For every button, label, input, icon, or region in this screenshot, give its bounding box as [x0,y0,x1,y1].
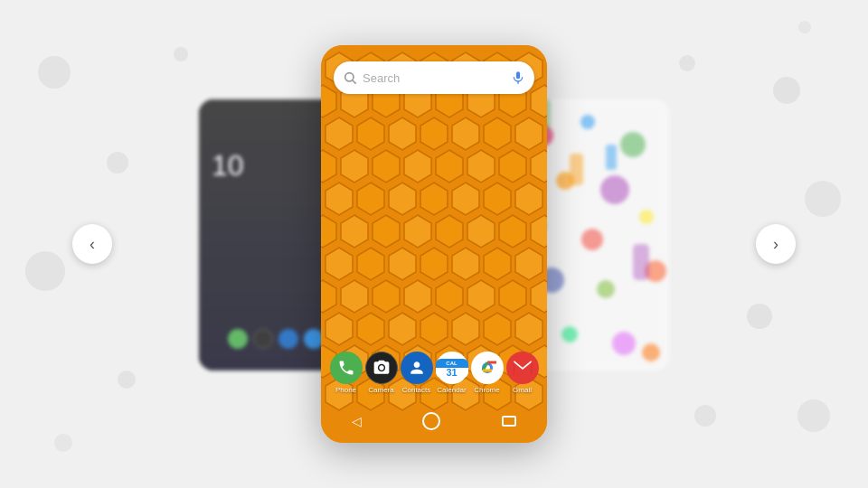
svg-rect-29 [606,145,617,170]
app-item-chrome[interactable]: Chrome [471,352,504,394]
svg-point-20 [639,210,654,224]
search-bar[interactable]: Search [334,61,534,94]
svg-point-19 [581,229,603,250]
next-button[interactable]: › [756,224,796,264]
svg-point-119 [345,73,354,81]
phone-app-label: Phone [335,386,356,394]
search-placeholder: Search [363,71,511,85]
gmail-app-label: Gmail [513,386,532,394]
svg-line-120 [353,80,356,84]
back-button[interactable]: ◁ [352,414,362,428]
bottom-nav-bar: ◁ [321,407,547,436]
phone-app-icon [330,352,363,384]
calendar-app-label: Calendar [437,386,466,394]
carousel-container: 10 [0,0,868,488]
svg-point-27 [642,343,660,361]
prev-button[interactable]: ‹ [72,224,112,264]
chevron-right-icon: › [773,235,778,254]
phone-center-screen: Search Phone [321,45,547,443]
svg-point-25 [612,332,636,355]
camera-app-label: Camera [368,386,393,394]
gmail-app-icon [506,352,539,384]
search-icon [343,70,357,85]
left-phone-time: 10 [212,149,244,183]
svg-point-14 [580,115,595,129]
app-item-phone[interactable]: Phone [330,352,363,394]
svg-point-22 [597,280,615,298]
contacts-app-icon [401,352,433,384]
svg-rect-30 [633,244,649,280]
chevron-left-icon: ‹ [90,235,95,254]
calendar-app-icon: CAL 31 [436,352,468,384]
app-item-camera[interactable]: Camera [365,352,398,394]
home-button[interactable] [422,412,440,430]
app-item-calendar[interactable]: CAL 31 Calendar [436,352,468,394]
app-item-gmail[interactable]: Gmail [506,352,539,394]
svg-rect-28 [570,154,583,185]
chrome-app-label: Chrome [474,386,499,394]
svg-point-24 [561,326,578,343]
svg-point-17 [600,175,629,204]
app-dock: Phone Camera [321,346,547,399]
app-item-contacts[interactable]: Contacts [401,352,433,394]
svg-rect-121 [516,71,520,79]
camera-app-icon [365,352,398,384]
phone-center: Search Phone [321,45,547,443]
contacts-app-label: Contacts [402,386,431,394]
chrome-app-icon [471,352,504,384]
recents-button[interactable] [502,416,516,427]
svg-point-15 [620,132,646,157]
microphone-icon[interactable] [511,70,525,85]
